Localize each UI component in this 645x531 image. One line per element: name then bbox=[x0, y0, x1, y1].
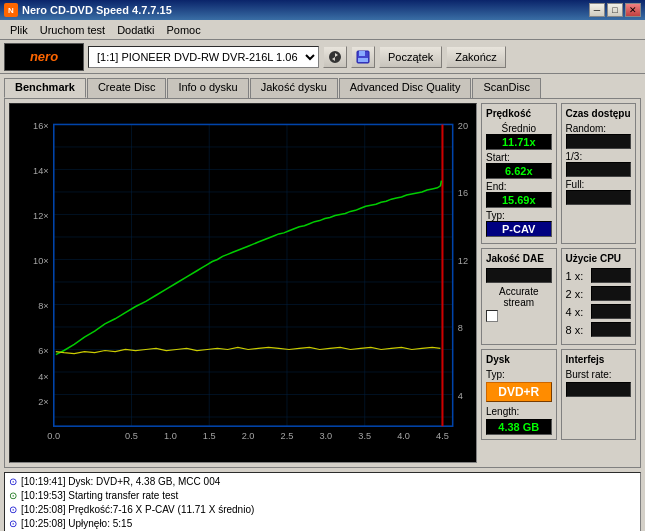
type-value: P-CAV bbox=[486, 221, 552, 237]
checkbox[interactable] bbox=[486, 310, 498, 322]
svg-text:3.5: 3.5 bbox=[358, 431, 371, 441]
tab-advanced-disc-quality[interactable]: Advanced Disc Quality bbox=[339, 78, 472, 98]
close-button[interactable]: ✕ bbox=[625, 3, 641, 17]
svg-rect-1 bbox=[359, 51, 365, 56]
menu-uruchom[interactable]: Uruchom test bbox=[34, 22, 111, 38]
access-title: Czas dostępu bbox=[566, 108, 632, 119]
start-button[interactable]: Początek bbox=[379, 46, 442, 68]
cpu-2x-label: 2 x: bbox=[566, 288, 584, 300]
third-label: 1/3: bbox=[566, 151, 632, 162]
end-value: 15.69x bbox=[486, 192, 552, 208]
window-controls: ─ □ ✕ bbox=[589, 3, 641, 17]
tab-create-disc[interactable]: Create Disc bbox=[87, 78, 166, 98]
svg-text:6×: 6× bbox=[38, 346, 48, 356]
log-icon-3: ⊙ bbox=[9, 517, 17, 531]
toolbar: nero [1:1] PIONEER DVD-RW DVR-216L 1.06 … bbox=[0, 40, 645, 74]
accurate-stream-checkbox bbox=[486, 310, 552, 322]
svg-text:16×: 16× bbox=[33, 121, 49, 131]
disc-section: Dysk Typ: DVD+R Length: 4.38 GB bbox=[481, 349, 557, 440]
log-line-1: ⊙ [10:19:53] Starting transfer rate test bbox=[9, 489, 636, 503]
log-text-1: [10:19:53] Starting transfer rate test bbox=[21, 489, 178, 503]
svg-text:10×: 10× bbox=[33, 256, 49, 266]
avg-value: 11.71x bbox=[486, 134, 552, 150]
svg-text:2.0: 2.0 bbox=[242, 431, 255, 441]
disc-length-label: Length: bbox=[486, 406, 552, 417]
disc-type-label: Typ: bbox=[486, 369, 552, 380]
tab-scandisc[interactable]: ScanDisc bbox=[472, 78, 540, 98]
svg-text:4: 4 bbox=[458, 391, 463, 401]
full-label: Full: bbox=[566, 179, 632, 190]
access-section: Czas dostępu Random: 1/3: Full: bbox=[561, 103, 637, 244]
cpu-4x-value bbox=[591, 304, 631, 319]
cpu-4x-label: 4 x: bbox=[566, 306, 584, 318]
cpu-8x-label: 8 x: bbox=[566, 324, 584, 336]
svg-text:4×: 4× bbox=[38, 372, 48, 382]
random-label: Random: bbox=[566, 123, 632, 134]
drive-select[interactable]: [1:1] PIONEER DVD-RW DVR-216L 1.06 bbox=[88, 46, 319, 68]
dae-section: Jakość DAE Accurate stream bbox=[481, 248, 557, 345]
window-title: Nero CD-DVD Speed 4.7.7.15 bbox=[22, 4, 172, 16]
log-line-3: ⊙ [10:25:08] Upłynęło: 5:15 bbox=[9, 517, 636, 531]
start-label: Start: bbox=[486, 152, 552, 163]
chart-svg: 16× 14× 12× 10× 8× 6× 4× 2× 20 16 12 8 4… bbox=[10, 104, 476, 462]
avg-label: Średnio bbox=[486, 123, 552, 134]
svg-text:20: 20 bbox=[458, 121, 468, 131]
svg-rect-3 bbox=[23, 104, 463, 462]
log-area: ⊙ [10:19:41] Dysk: DVD+R, 4.38 GB, MCC 0… bbox=[4, 472, 641, 531]
svg-text:12×: 12× bbox=[33, 211, 49, 221]
accurate-label: Accurate bbox=[486, 286, 552, 297]
svg-text:16: 16 bbox=[458, 188, 468, 198]
burst-label: Burst rate: bbox=[566, 369, 632, 380]
svg-rect-2 bbox=[358, 58, 368, 62]
end-label: End: bbox=[486, 181, 552, 192]
menu-plik[interactable]: Plik bbox=[4, 22, 34, 38]
log-icon-1: ⊙ bbox=[9, 489, 17, 503]
start-value: 6.62x bbox=[486, 163, 552, 179]
nero-logo: nero bbox=[4, 43, 84, 71]
svg-text:0.0: 0.0 bbox=[47, 431, 60, 441]
random-value bbox=[566, 134, 632, 149]
disc-title: Dysk bbox=[486, 354, 552, 365]
log-line-2: ⊙ [10:25:08] Prędkość:7-16 X P-CAV (11.7… bbox=[9, 503, 636, 517]
tab-benchmark[interactable]: Benchmark bbox=[4, 78, 86, 98]
log-line-0: ⊙ [10:19:41] Dysk: DVD+R, 4.38 GB, MCC 0… bbox=[9, 475, 636, 489]
chart-area: 16× 14× 12× 10× 8× 6× 4× 2× 20 16 12 8 4… bbox=[9, 103, 477, 463]
svg-text:14×: 14× bbox=[33, 166, 49, 176]
refresh-button[interactable] bbox=[323, 46, 347, 68]
svg-text:12: 12 bbox=[458, 256, 468, 266]
svg-text:8×: 8× bbox=[38, 301, 48, 311]
third-value bbox=[566, 162, 632, 177]
full-value bbox=[566, 190, 632, 205]
log-icon-2: ⊙ bbox=[9, 503, 17, 517]
menu-bar: Plik Uruchom test Dodatki Pomoc bbox=[0, 20, 645, 40]
log-text-3: [10:25:08] Upłynęło: 5:15 bbox=[21, 517, 132, 531]
tab-jakosc-dysku[interactable]: Jakość dysku bbox=[250, 78, 338, 98]
cpu-section: Użycie CPU 1 x: 2 x: 4 x: 8 x: bbox=[561, 248, 637, 345]
app-icon: N bbox=[4, 3, 18, 17]
disc-type-badge: DVD+R bbox=[486, 382, 552, 402]
svg-text:0.5: 0.5 bbox=[125, 431, 138, 441]
svg-text:1.0: 1.0 bbox=[164, 431, 177, 441]
tab-info-o-dysku[interactable]: Info o dysku bbox=[167, 78, 248, 98]
interface-title: Interfejs bbox=[566, 354, 632, 365]
cpu-title: Użycie CPU bbox=[566, 253, 632, 264]
maximize-button[interactable]: □ bbox=[607, 3, 623, 17]
speed-section: Prędkość Średnio 11.71x Start: 6.62x End… bbox=[481, 103, 557, 244]
minimize-button[interactable]: ─ bbox=[589, 3, 605, 17]
svg-text:3.0: 3.0 bbox=[319, 431, 332, 441]
type-label: Typ: bbox=[486, 210, 552, 221]
menu-pomoc[interactable]: Pomoc bbox=[160, 22, 206, 38]
speed-title: Prędkość bbox=[486, 108, 552, 119]
cpu-2x-value bbox=[591, 286, 631, 301]
tab-bar: Benchmark Create Disc Info o dysku Jakoś… bbox=[0, 74, 645, 98]
burst-value bbox=[566, 382, 632, 397]
cpu-1x-value bbox=[591, 268, 631, 283]
svg-text:8: 8 bbox=[458, 323, 463, 333]
log-icon-0: ⊙ bbox=[9, 475, 17, 489]
end-button[interactable]: Zakończ bbox=[446, 46, 506, 68]
title-bar: N Nero CD-DVD Speed 4.7.7.15 ─ □ ✕ bbox=[0, 0, 645, 20]
save-button[interactable] bbox=[351, 46, 375, 68]
disc-length-value: 4.38 GB bbox=[486, 419, 552, 435]
svg-text:2.5: 2.5 bbox=[281, 431, 294, 441]
menu-dodatki[interactable]: Dodatki bbox=[111, 22, 160, 38]
